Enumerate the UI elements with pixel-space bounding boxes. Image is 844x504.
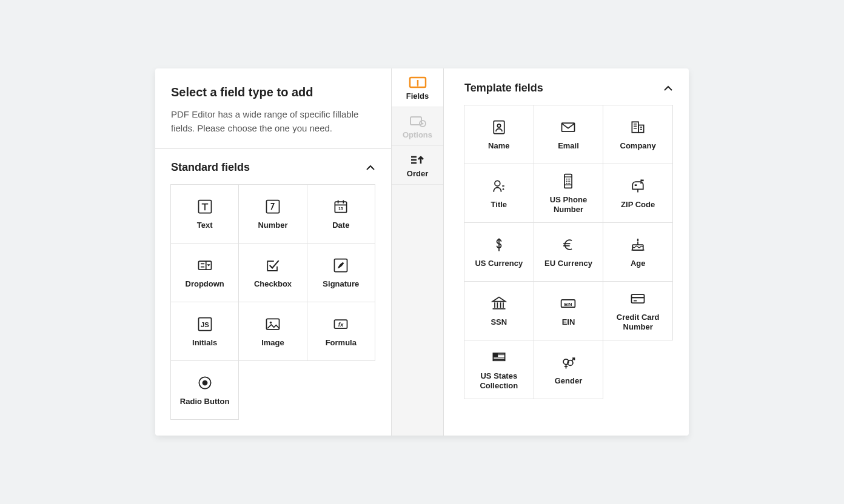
field-eu-currency-label: EU Currency <box>544 259 592 268</box>
svg-point-41 <box>503 188 504 190</box>
svg-rect-71 <box>632 294 645 303</box>
field-zip-code-label: ZIP Code <box>621 200 655 210</box>
phone-icon <box>559 172 577 190</box>
svg-point-48 <box>566 181 568 182</box>
field-radio-button-label: Radio Button <box>180 397 230 406</box>
field-email[interactable]: Email <box>534 105 604 164</box>
field-dropdown[interactable]: Dropdown <box>170 243 239 302</box>
options-icon <box>407 114 428 128</box>
standard-fields-title: Standard fields <box>171 161 250 174</box>
svg-rect-32 <box>632 122 639 133</box>
svg-point-49 <box>568 181 569 182</box>
rail-order[interactable]: Order <box>392 146 443 185</box>
svg-text:15: 15 <box>338 207 343 211</box>
field-gender[interactable]: Gender <box>534 340 604 399</box>
field-ein[interactable]: EIN EIN <box>534 281 604 340</box>
svg-rect-57 <box>641 180 643 182</box>
svg-rect-75 <box>493 353 498 357</box>
date-icon: 15 <box>332 197 350 216</box>
svg-text:fx: fx <box>338 322 344 328</box>
field-title-label: Title <box>491 200 507 210</box>
order-icon <box>407 153 428 167</box>
svg-point-51 <box>566 183 568 184</box>
gender-icon <box>559 353 577 371</box>
field-title[interactable]: Title <box>464 164 534 223</box>
svg-point-19 <box>202 380 207 386</box>
field-name[interactable]: Name <box>464 105 534 164</box>
page-title: Select a field type to add <box>171 85 375 99</box>
left-column: Select a field type to add PDF Editor ha… <box>155 68 392 436</box>
field-company-label: Company <box>620 141 656 151</box>
chevron-up-icon <box>366 165 375 171</box>
fields-icon <box>407 76 428 89</box>
svg-rect-55 <box>635 185 637 187</box>
field-initials[interactable]: JS Initials <box>170 302 239 361</box>
field-initials-label: Initials <box>192 338 217 348</box>
dollar-icon <box>490 236 508 254</box>
svg-point-50 <box>569 181 571 182</box>
cake-icon <box>629 236 647 254</box>
svg-rect-33 <box>638 125 644 133</box>
field-company[interactable]: Company <box>603 105 673 164</box>
field-checkbox[interactable]: Checkbox <box>238 243 307 302</box>
field-us-phone[interactable]: US Phone Number <box>534 164 604 223</box>
name-icon <box>490 118 508 136</box>
rail-options-label: Options <box>403 130 432 139</box>
flag-icon <box>490 348 508 366</box>
ein-icon: EIN <box>559 294 577 313</box>
text-icon <box>196 197 214 216</box>
side-rail: Fields Options Order <box>392 68 444 436</box>
field-eu-currency[interactable]: EU Currency <box>534 222 604 282</box>
field-us-states[interactable]: US States Collection <box>464 340 534 399</box>
field-radio-button[interactable]: Radio Button <box>170 360 239 420</box>
field-text[interactable]: Text <box>170 184 239 244</box>
credit-card-icon <box>629 290 647 308</box>
field-date-label: Date <box>332 220 349 230</box>
signature-icon <box>332 256 350 274</box>
field-age-label: Age <box>631 259 646 268</box>
field-signature-label: Signature <box>323 279 359 289</box>
field-image[interactable]: Image <box>238 302 307 361</box>
rail-fields-label: Fields <box>406 91 429 101</box>
field-formula-label: Formula <box>326 338 357 348</box>
field-checkbox-label: Checkbox <box>254 279 292 289</box>
euro-icon <box>559 236 577 254</box>
template-fields-header[interactable]: Template fields <box>444 68 689 105</box>
field-us-currency[interactable]: US Currency <box>464 222 534 282</box>
standard-fields-grid: Text Number 15 Date <box>155 185 391 436</box>
mailbox-icon <box>629 177 647 195</box>
field-ein-label: EIN <box>562 317 575 327</box>
page-description: PDF Editor has a wide range of specific … <box>171 108 375 135</box>
svg-point-22 <box>417 85 418 87</box>
rail-fields[interactable]: Fields <box>392 68 443 107</box>
radio-icon <box>196 374 214 392</box>
field-formula[interactable]: fx Formula <box>307 302 375 361</box>
field-number-label: Number <box>258 220 287 230</box>
rail-order-label: Order <box>407 169 428 178</box>
formula-icon: fx <box>332 315 350 333</box>
checkbox-icon <box>264 256 282 274</box>
field-ssn[interactable]: SSN <box>464 281 534 340</box>
header-block: Select a field type to add PDF Editor ha… <box>155 68 391 149</box>
template-fields-title: Template fields <box>464 82 543 94</box>
field-zip-code[interactable]: ZIP Code <box>603 164 673 223</box>
title-icon <box>490 177 508 195</box>
field-name-label: Name <box>488 141 509 151</box>
number-icon <box>264 197 282 216</box>
field-ssn-label: SSN <box>491 317 507 327</box>
svg-point-53 <box>569 183 571 184</box>
chevron-up-icon <box>663 85 673 91</box>
company-icon <box>629 118 647 136</box>
field-signature[interactable]: Signature <box>307 243 375 302</box>
standard-fields-header[interactable]: Standard fields <box>155 149 391 185</box>
right-column: Template fields Name Email <box>444 68 689 436</box>
dropdown-icon <box>196 256 214 274</box>
field-date[interactable]: 15 Date <box>307 184 375 244</box>
field-email-label: Email <box>558 141 579 151</box>
field-credit-card[interactable]: Credit Card Number <box>603 281 673 340</box>
field-number[interactable]: Number <box>238 184 307 244</box>
field-text-label: Text <box>197 220 213 230</box>
rail-options: Options <box>392 107 443 146</box>
field-age[interactable]: Age <box>603 222 673 282</box>
field-us-phone-label: US Phone Number <box>538 195 600 214</box>
